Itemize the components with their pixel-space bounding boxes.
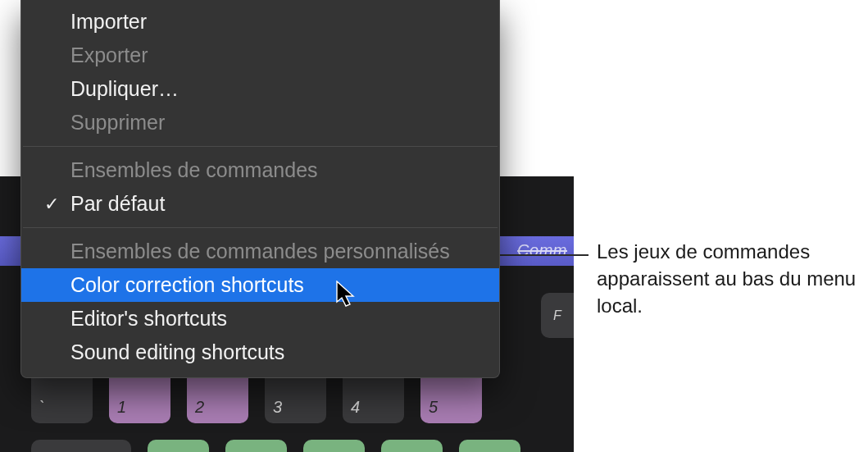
- menu-item-default[interactable]: ✓ Par défaut: [21, 187, 499, 221]
- menu-item-sound-editing[interactable]: Sound editing shortcuts: [21, 336, 499, 369]
- callout-line: [498, 254, 589, 256]
- checkmark-icon: ✓: [44, 192, 59, 217]
- command-set-menu: Importer Exporter Dupliquer… Supprimer E…: [20, 0, 500, 378]
- key-t[interactable]: [459, 440, 520, 452]
- menu-separator: [23, 227, 498, 228]
- key-fn-f[interactable]: F: [541, 293, 574, 338]
- key-r[interactable]: [381, 440, 443, 452]
- menu-separator: [23, 146, 498, 147]
- menu-item-color-correction[interactable]: Color correction shortcuts: [21, 268, 499, 302]
- toolbar-badge: Comm: [517, 241, 567, 260]
- menu-header-command-sets: Ensembles de commandes: [21, 153, 499, 187]
- key-e[interactable]: [303, 440, 365, 452]
- key-tab[interactable]: ⇥: [31, 440, 131, 452]
- key-q[interactable]: [148, 440, 209, 452]
- menu-item-import[interactable]: Importer: [21, 5, 499, 39]
- tab-glyph-icon: ⇥: [108, 446, 123, 452]
- menu-item-label: Par défaut: [70, 192, 165, 215]
- menu-header-custom-sets: Ensembles de commandes personnalisés: [21, 235, 499, 268]
- menu-item-delete: Supprimer: [21, 106, 499, 139]
- key-w[interactable]: [225, 440, 287, 452]
- menu-item-editors-shortcuts[interactable]: Editor's shortcuts: [21, 302, 499, 336]
- menu-item-duplicate[interactable]: Dupliquer…: [21, 72, 499, 106]
- menu-item-export: Exporter: [21, 39, 499, 72]
- callout-text: Les jeux de commandes apparaissent au ba…: [597, 238, 859, 319]
